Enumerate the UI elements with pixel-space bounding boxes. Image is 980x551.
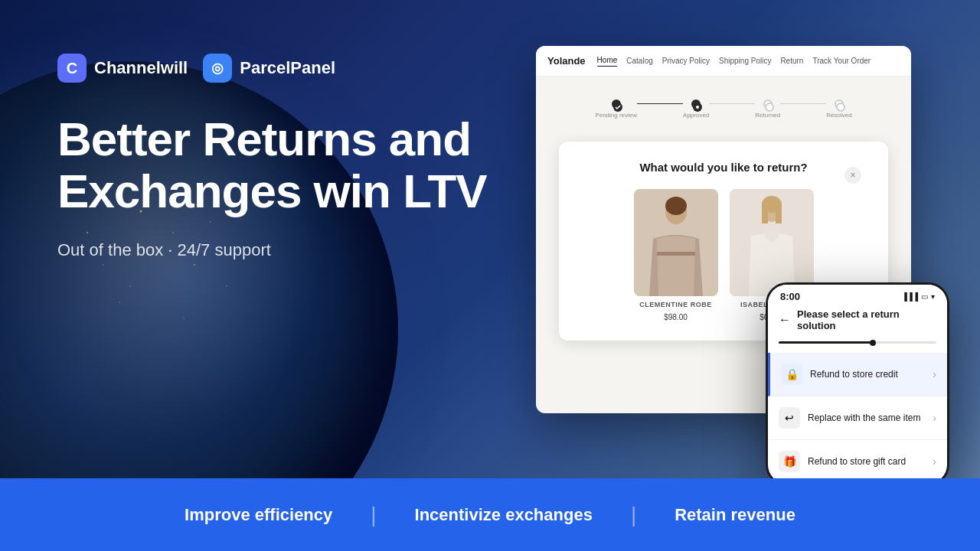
bottom-item-exchanges: Incentivize exchanges — [415, 505, 593, 525]
phone-screen-title: Please select a return solution — [797, 308, 936, 332]
bottom-separator-1: | — [371, 503, 376, 527]
step-approved: Approved — [683, 99, 709, 119]
phone-time: 8:00 — [780, 291, 800, 302]
gift-card-icon: 🎁 — [779, 451, 800, 472]
browser-navigation: Yolande Home Catalog Privacy Policy Ship… — [536, 46, 911, 77]
progress-stepper: Pending review Approved Returned — [559, 92, 888, 126]
svg-rect-12 — [762, 204, 768, 223]
bottom-bar: Improve efficiency | Incentivize exchang… — [0, 478, 980, 551]
parcelpanel-name: ParcelPanel — [240, 58, 335, 78]
nav-home[interactable]: Home — [597, 56, 618, 67]
nav-shipping[interactable]: Shipping Policy — [719, 57, 771, 65]
dialog-title: What would you like to return? — [578, 161, 869, 174]
back-button[interactable]: ← — [779, 313, 791, 327]
phone-status-bar: 8:00 ▐▐▐ ▭ ▾ — [768, 285, 947, 305]
step-dot-resolved — [835, 99, 844, 109]
step-line-3 — [780, 103, 826, 105]
product-image-2 — [730, 189, 814, 296]
main-headline: Better Returns and Exchanges win LTV — [57, 113, 501, 217]
svg-rect-13 — [776, 204, 782, 223]
nav-privacy[interactable]: Privacy Policy — [662, 57, 710, 65]
dialog-title-wrap: What would you like to return? × — [578, 161, 869, 174]
svg-point-4 — [837, 103, 844, 111]
return-option-replace[interactable]: ↩ Replace with the same item › — [768, 396, 947, 440]
return-option-gift-card[interactable]: 🎁 Refund to store gift card › — [768, 440, 947, 484]
step-dot-pending — [612, 99, 621, 109]
svg-point-2 — [696, 106, 699, 109]
product-card-1: CLEMENTINE ROBE $98.00 — [634, 189, 718, 321]
step-label-approved: Approved — [683, 112, 709, 119]
left-content-area: C Channelwill ◎ ParcelPanel Better Retur… — [57, 0, 501, 478]
nav-catalog[interactable]: Catalog — [626, 57, 652, 65]
phone-header: ← Please select a return solution — [768, 305, 947, 341]
channelwill-name: Channelwill — [94, 58, 188, 78]
step-returned: Returned — [755, 99, 780, 119]
signal-icon: ▐▐▐ — [902, 292, 918, 301]
product-price-1: $98.00 — [664, 313, 688, 321]
step-resolved: Resolved — [826, 99, 851, 119]
step-pending: Pending review — [595, 99, 637, 119]
step-line-1 — [637, 103, 683, 105]
progress-fill — [779, 341, 874, 344]
parcelpanel-logo: ◎ ParcelPanel — [203, 54, 335, 83]
store-credit-icon: 🔒 — [781, 364, 802, 385]
replace-icon: ↩ — [779, 407, 800, 429]
gift-card-label: Refund to store gift card — [808, 456, 906, 467]
option-arrow-3: › — [933, 455, 936, 468]
nav-return[interactable]: Return — [780, 57, 803, 65]
browser-nav-links: Home Catalog Privacy Policy Shipping Pol… — [597, 56, 871, 67]
nav-track[interactable]: Track Your Order — [812, 57, 871, 65]
battery-icon: ▭ — [921, 292, 928, 301]
svg-point-3 — [766, 103, 773, 111]
channelwill-logo: C Channelwill — [57, 54, 188, 83]
svg-rect-8 — [657, 252, 695, 256]
parcelpanel-icon: ◎ — [203, 54, 232, 83]
channelwill-icon: C — [57, 54, 87, 83]
step-dot-approved — [691, 99, 701, 109]
svg-point-7 — [665, 197, 687, 215]
step-label-pending: Pending review — [595, 112, 637, 119]
subtext: Out of the box · 24/7 support — [57, 240, 501, 260]
step-label-resolved: Resolved — [826, 112, 851, 119]
bottom-item-revenue: Retain revenue — [675, 505, 795, 525]
return-option-left-3: 🎁 Refund to store gift card — [779, 451, 906, 472]
return-option-left-1: 🔒 Refund to store credit — [781, 364, 898, 385]
logo-row: C Channelwill ◎ ParcelPanel — [57, 54, 501, 83]
store-credit-label: Refund to store credit — [810, 369, 898, 380]
bottom-separator-2: | — [631, 503, 636, 527]
phone-mockup: 8:00 ▐▐▐ ▭ ▾ ← Please select a return so… — [766, 282, 949, 486]
product-name-1: CLEMENTINE ROBE — [639, 301, 712, 308]
return-option-left-2: ↩ Replace with the same item — [779, 407, 920, 429]
option-arrow-1: › — [933, 368, 936, 380]
bottom-item-efficiency: Improve efficiency — [185, 505, 332, 525]
phone-status-icons: ▐▐▐ ▭ ▾ — [902, 292, 935, 301]
progress-bar — [779, 341, 936, 344]
wifi-icon: ▾ — [931, 292, 935, 301]
dialog-close-button[interactable]: × — [844, 167, 861, 184]
option-arrow-2: › — [933, 412, 936, 424]
step-label-returned: Returned — [755, 112, 780, 119]
product-image-1 — [634, 189, 718, 296]
return-option-store-credit[interactable]: 🔒 Refund to store credit › — [768, 353, 947, 396]
step-line-2 — [709, 103, 755, 105]
right-content-area: Yolande Home Catalog Privacy Policy Ship… — [536, 46, 949, 478]
step-dot-returned — [763, 99, 773, 109]
store-name: Yolande — [547, 55, 586, 67]
replace-label: Replace with the same item — [808, 412, 920, 423]
